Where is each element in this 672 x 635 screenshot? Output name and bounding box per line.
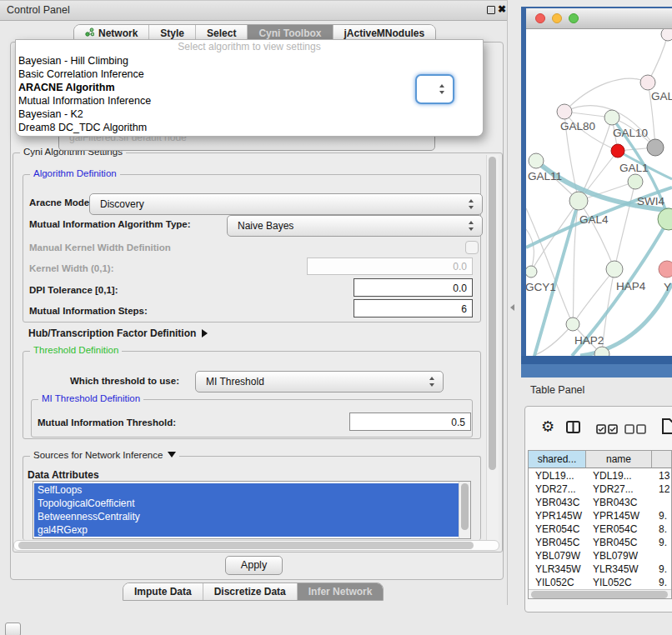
network-node[interactable] [569, 192, 588, 210]
which-threshold-combo[interactable]: MI Threshold [195, 371, 444, 392]
table-cell[interactable]: YLR345W [529, 562, 586, 576]
table-cell[interactable]: YBL079W [529, 549, 586, 562]
table-cell[interactable]: 13 [652, 469, 672, 482]
algorithm-option-bayesian-hill-climbing[interactable]: Bayesian - Hill Climbing [18, 54, 128, 68]
table-cell[interactable]: YER054C [529, 522, 586, 536]
column-header-shared[interactable]: shared... [529, 451, 586, 468]
node-table[interactable]: shared...name YDL19...YDL19...13YDR27...… [528, 450, 672, 599]
table-cell[interactable]: 9. [652, 509, 672, 522]
network-node[interactable] [647, 139, 664, 156]
collapsed-panel-icon[interactable] [5, 622, 21, 635]
table-cell[interactable]: YDL19... [529, 469, 586, 482]
aracne-mode-combo[interactable]: Discovery [89, 193, 483, 215]
table-cell[interactable]: YLR345W [586, 562, 652, 576]
table-cell[interactable]: 9. [652, 536, 672, 549]
algorithm-option-aracne-algorithm[interactable]: ARACNE Algorithm [18, 81, 115, 94]
table-cell[interactable]: YBR043C [586, 496, 652, 509]
mi-type-value: Naive Bayes [238, 216, 293, 236]
table-cell[interactable]: YBR045C [586, 536, 652, 549]
settings-vertical-scrollbar-thumb[interactable] [489, 157, 496, 470]
table-cell[interactable]: YBR043C [529, 496, 586, 509]
sources-group-title[interactable]: Sources for Network Inference [30, 450, 179, 460]
close-panel-icon[interactable]: ✖ [498, 3, 506, 15]
table-cell[interactable]: YDR27... [586, 482, 652, 496]
checked-boxes-icon[interactable] [596, 422, 618, 438]
list-vertical-scrollbar-thumb[interactable] [461, 483, 469, 530]
table-cell[interactable]: YDL19... [586, 469, 652, 482]
algorithm-option-basic-correlation-inference[interactable]: Basic Correlation Inference [18, 68, 144, 81]
table-cell[interactable]: YPR145W [586, 509, 652, 522]
network-node[interactable] [604, 110, 619, 125]
settings-horizontal-scrollbar[interactable] [13, 540, 499, 551]
table-cell[interactable]: 9. [652, 562, 672, 576]
control-panel-titlebar[interactable]: Control Panel ✖ [0, 1, 507, 21]
network-node[interactable] [640, 75, 655, 90]
zoom-traffic-light-icon[interactable] [569, 13, 579, 23]
apply-button[interactable]: Apply [225, 556, 283, 575]
unchecked-boxes-icon[interactable] [624, 422, 646, 438]
table-cell[interactable] [652, 496, 672, 509]
node-label-gal80: GAL80 [560, 120, 595, 132]
close-traffic-light-icon[interactable] [535, 13, 545, 23]
table-cell[interactable]: YBL079W [586, 549, 652, 562]
network-node[interactable] [526, 266, 537, 278]
algorithm-option-bayesian-k2[interactable]: Bayesian - K2 [18, 108, 83, 121]
tab-discretize-data[interactable]: Discretize Data [203, 583, 297, 600]
table-cell[interactable]: YPR145W [529, 509, 586, 522]
network-node[interactable] [611, 144, 624, 158]
algorithm-option-mutual-information-inference[interactable]: Mutual Information Inference [18, 94, 151, 108]
kernel-width-field[interactable]: 0.0 [307, 258, 473, 275]
sources-title-text: Sources for Network Inference [33, 450, 163, 460]
table-cell[interactable]: 12 [652, 482, 672, 496]
columns-icon[interactable] [566, 421, 580, 437]
network-canvas[interactable]: GALGAL80GAL10GAL1GAL11SWI4GAL4GCY1HAP4YH… [526, 29, 672, 356]
settings-horizontal-scrollbar-thumb[interactable] [18, 542, 474, 549]
table-cell[interactable] [652, 549, 672, 562]
network-window-titlebar[interactable] [526, 8, 672, 29]
table-cell[interactable]: YIL052C [586, 576, 652, 589]
table-cell[interactable]: YDR27... [529, 482, 586, 496]
splitter-collapse-icon[interactable] [510, 304, 514, 311]
data-attributes-list[interactable]: SelfLoopsTopologicalCoefficientBetweenne… [33, 481, 471, 539]
network-node[interactable] [566, 318, 579, 331]
table-horizontal-scrollbar[interactable] [529, 589, 671, 599]
node-label-hap2: HAP2 [574, 334, 604, 347]
data-attribute-item[interactable]: SelfLoops [34, 483, 459, 497]
mi-steps-field[interactable]: 6 [354, 299, 473, 318]
inference-algorithm-combo-fragment[interactable] [415, 74, 454, 104]
mi-threshold-field[interactable]: 0.5 [349, 412, 471, 431]
settings-vertical-scrollbar[interactable] [486, 155, 499, 547]
mi-type-combo[interactable]: Naive Bayes [227, 215, 483, 237]
network-node[interactable] [529, 153, 544, 168]
table-cell[interactable]: 8. [652, 522, 672, 536]
table-cell[interactable]: YER054C [586, 522, 652, 536]
minimize-traffic-light-icon[interactable] [552, 13, 562, 23]
table-horizontal-scrollbar-thumb[interactable] [531, 591, 668, 598]
dpi-tolerance-field[interactable]: 0.0 [354, 278, 473, 297]
tab-impute-data[interactable]: Impute Data [123, 583, 203, 600]
node-label-gal1: GAL1 [619, 162, 649, 174]
tab-infer-network[interactable]: Infer Network [297, 583, 384, 600]
network-node[interactable] [606, 261, 623, 278]
network-node[interactable] [628, 174, 643, 189]
network-node[interactable] [557, 104, 572, 119]
column-header-hidden[interactable] [652, 451, 672, 468]
hub-definition-toggle[interactable]: Hub/Transcription Factor Definition [28, 328, 208, 339]
table-cell[interactable]: 9. [652, 576, 672, 589]
data-attribute-item[interactable]: BetweennessCentrality [34, 510, 459, 523]
table-cell[interactable]: YIL052C [529, 576, 586, 589]
aracne-mode-label: Aracne Mode: [29, 198, 93, 208]
float-window-icon[interactable] [487, 6, 495, 14]
column-header-name[interactable]: name [586, 451, 652, 468]
gear-icon[interactable]: ⚙ [541, 419, 554, 434]
manual-kernel-checkbox[interactable] [465, 241, 479, 254]
algorithm-option-dream8-dc-tdc-algorithm[interactable]: Dream8 DC_TDC Algorithm [18, 121, 147, 134]
table-cell[interactable]: YBR045C [529, 536, 586, 549]
data-attribute-item[interactable]: gal4RGexp [34, 523, 459, 537]
data-attribute-item[interactable]: TopologicalCoefficient [34, 497, 459, 510]
algorithm-popup-placeholder: Select algorithm to view settings [16, 41, 483, 52]
list-vertical-scrollbar[interactable] [459, 482, 470, 538]
network-node[interactable] [659, 261, 672, 278]
document-icon[interactable] [661, 418, 672, 438]
network-node[interactable] [661, 29, 672, 41]
